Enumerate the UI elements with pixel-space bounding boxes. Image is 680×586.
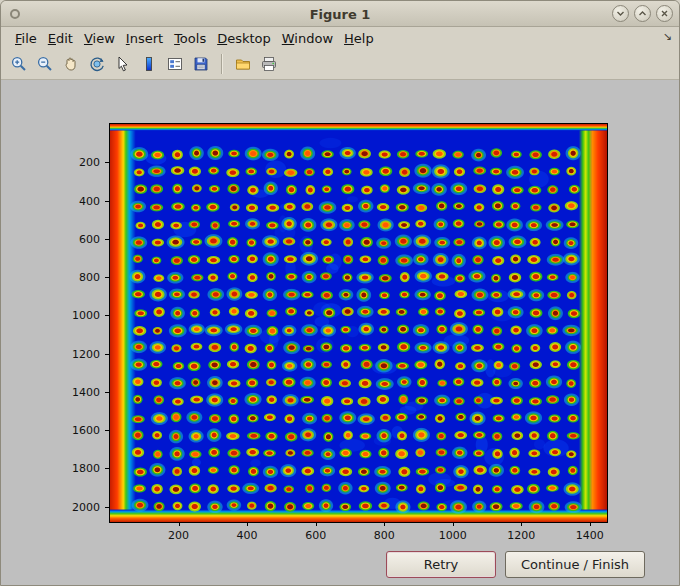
zoom-out-button[interactable] [33,52,57,76]
x-tick-mark [590,522,591,526]
y-tick-mark [105,239,110,240]
window-controls [612,5,673,22]
chevron-up-icon [637,8,648,19]
zoom-in-icon [10,55,28,73]
x-tick-label: 1400 [576,529,604,542]
insert-colorbar-button[interactable] [137,52,161,76]
y-tick-label: 1800 [72,462,100,475]
legend-icon [166,55,184,73]
continue-button[interactable]: Continue / Finish [505,551,645,578]
zoom-out-icon [36,55,54,73]
y-tick-label: 1000 [72,309,100,322]
dock-arrow-icon[interactable]: ↘ [663,30,672,43]
x-tick-mark [247,522,248,526]
data-cursor-icon [114,55,132,73]
insert-legend-button[interactable] [163,52,187,76]
zoom-in-button[interactable] [7,52,31,76]
axes: 2004006008001000120014002004006008001000… [109,123,608,523]
dialog-buttons: Retry Continue / Finish [386,551,645,578]
x-tick-mark [179,522,180,526]
y-tick-label: 1400 [72,385,100,398]
y-tick-label: 1600 [72,424,100,437]
toolbar-separator [221,54,223,74]
x-tick-label: 600 [305,529,326,542]
retry-button[interactable]: Retry [386,551,496,578]
maximize-button[interactable] [634,5,651,22]
close-icon [659,8,670,19]
chevron-down-icon [615,8,626,19]
open-folder-icon [234,55,252,73]
y-tick-label: 2000 [72,500,100,513]
close-button[interactable] [656,5,673,22]
titlebar[interactable]: Figure 1 [1,1,679,27]
print-figure-button[interactable] [257,52,281,76]
open-file-button[interactable] [231,52,255,76]
microarray-image[interactable] [110,124,607,522]
x-tick-mark [384,522,385,526]
y-tick-mark [105,354,110,355]
y-tick-label: 600 [79,232,100,245]
figure-canvas-area: 2004006008001000120014002004006008001000… [1,80,679,585]
x-tick-label: 400 [237,529,258,542]
minimize-button[interactable] [612,5,629,22]
x-tick-label: 200 [168,529,189,542]
y-tick-label: 1200 [72,347,100,360]
menu-insert[interactable]: Insert [126,31,163,46]
pan-hand-icon [62,55,80,73]
figure-toolbar [1,49,679,80]
x-tick-mark [453,522,454,526]
menu-edit[interactable]: Edit [48,31,73,46]
rotate-3d-icon [88,55,106,73]
y-tick-mark [105,315,110,316]
menu-window[interactable]: Window [282,31,333,46]
y-tick-mark [105,468,110,469]
y-tick-label: 800 [79,271,100,284]
save-icon [192,55,210,73]
window-title: Figure 1 [1,1,679,27]
rotate-3d-button[interactable] [85,52,109,76]
y-tick-mark [105,392,110,393]
y-tick-mark [105,430,110,431]
menu-file[interactable]: File [15,31,37,46]
colorbar-icon [140,55,158,73]
pan-button[interactable] [59,52,83,76]
y-tick-mark [105,277,110,278]
x-tick-label: 800 [374,529,395,542]
menu-tools[interactable]: Tools [174,31,206,46]
menu-desktop[interactable]: Desktop [217,31,271,46]
x-tick-label: 1200 [507,529,535,542]
x-tick-label: 1000 [439,529,467,542]
x-tick-mark [521,522,522,526]
y-tick-label: 400 [79,194,100,207]
y-tick-label: 200 [79,156,100,169]
menu-view[interactable]: View [84,31,115,46]
data-cursor-button[interactable] [111,52,135,76]
x-tick-mark [316,522,317,526]
menubar: File Edit View Insert Tools Desktop Wind… [1,27,679,49]
figure-window: Figure 1 File Edit View Insert Tools Des… [0,0,680,586]
printer-icon [260,55,278,73]
y-tick-mark [105,507,110,508]
y-tick-mark [105,162,110,163]
save-figure-button[interactable] [189,52,213,76]
menu-help[interactable]: Help [344,31,374,46]
y-tick-mark [105,201,110,202]
